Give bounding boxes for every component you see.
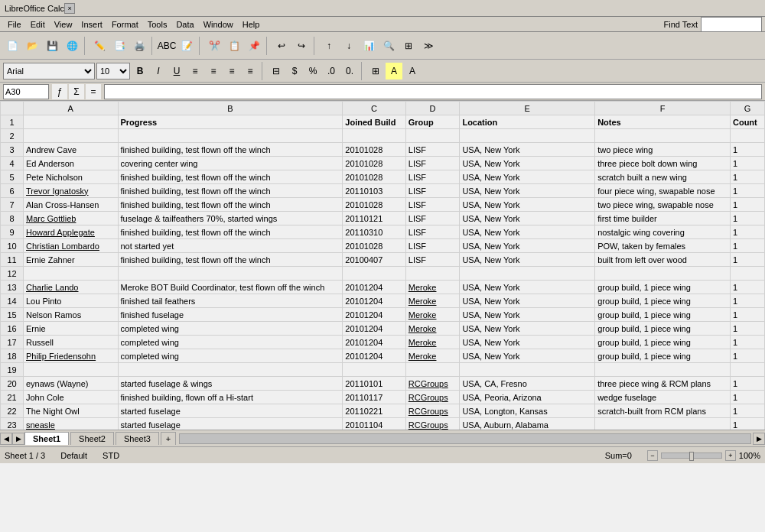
cell-f17[interactable]: group build, 1 piece wing: [595, 336, 731, 349]
cell-d4[interactable]: LISF: [405, 157, 460, 170]
cell-a20[interactable]: eynaws (Wayne): [24, 377, 119, 391]
menu-edit[interactable]: Edit: [26, 18, 50, 31]
cell-e1[interactable]: Location: [460, 115, 595, 129]
zoom-in-btn[interactable]: +: [725, 450, 736, 461]
col-header-e[interactable]: E: [460, 102, 595, 115]
align-center-btn[interactable]: ≡: [205, 63, 222, 79]
cell-f9[interactable]: nostalgic wing covering: [595, 225, 731, 239]
cell-a1[interactable]: [24, 115, 119, 129]
cell-e3[interactable]: USA, New York: [460, 143, 595, 157]
bg-color-btn[interactable]: A: [386, 63, 402, 79]
menu-data[interactable]: Data: [171, 18, 198, 31]
sheet-tab-sheet1[interactable]: Sheet1: [24, 432, 69, 445]
cell-e23[interactable]: USA, Auburn, Alabama: [460, 418, 595, 430]
menu-help[interactable]: Help: [238, 18, 265, 31]
cell-d23[interactable]: RCGroups: [405, 418, 460, 430]
cell-d7[interactable]: LISF: [405, 198, 460, 212]
cell-g11[interactable]: 1: [730, 253, 764, 267]
cell-c5[interactable]: 20101028: [343, 170, 405, 184]
chart-btn[interactable]: 📊: [360, 37, 378, 55]
cell-e18[interactable]: USA, New York: [460, 349, 595, 363]
cell-c9[interactable]: 20110310: [343, 225, 405, 239]
cell-b1[interactable]: Progress: [118, 115, 343, 129]
cell-b22[interactable]: started fuselage: [118, 404, 343, 418]
open-btn[interactable]: 📂: [23, 37, 41, 55]
sort-asc-btn[interactable]: ↑: [320, 37, 338, 55]
sort-desc-btn[interactable]: ↓: [340, 37, 358, 55]
cell-g16[interactable]: 1: [730, 322, 764, 336]
spreadsheet-area[interactable]: A B C D E F G 1 Progress Joined Build Gr…: [0, 101, 765, 430]
cell-d22[interactable]: RCGroups: [405, 404, 460, 418]
cell-e16[interactable]: USA, New York: [460, 322, 595, 336]
cell-c7[interactable]: 20101028: [343, 198, 405, 212]
cell-f18[interactable]: group build, 1 piece wing: [595, 349, 731, 363]
cell-a6[interactable]: Trevor Ignatosky: [24, 184, 119, 198]
find-text-input[interactable]: [701, 17, 762, 32]
redo-btn[interactable]: ↪: [292, 37, 311, 55]
cell-f11[interactable]: built from left over wood: [595, 253, 731, 267]
cell-a13[interactable]: Charlie Lando: [24, 281, 119, 294]
cell-c10[interactable]: 20101028: [343, 239, 405, 253]
cell-e13[interactable]: USA, New York: [460, 281, 595, 294]
cell-b13[interactable]: Meroke BOT Build Coordinator, test flown…: [118, 281, 343, 294]
cell-e5[interactable]: USA, New York: [460, 170, 595, 184]
percent-btn[interactable]: %: [304, 63, 321, 79]
cell-c15[interactable]: 20101204: [343, 308, 405, 322]
cell-a3[interactable]: Andrew Cave: [24, 143, 119, 157]
cell-e15[interactable]: USA, New York: [460, 308, 595, 322]
cell-d10[interactable]: LISF: [405, 239, 460, 253]
cell-e4[interactable]: USA, New York: [460, 157, 595, 170]
cell-b7[interactable]: finished building, test flown off the wi…: [118, 198, 343, 212]
col-header-f[interactable]: F: [595, 102, 731, 115]
cell-c8[interactable]: 20110121: [343, 212, 405, 225]
sheet-tab-sheet3[interactable]: Sheet3: [116, 432, 159, 445]
formula-eq-btn[interactable]: =: [86, 84, 101, 99]
col-header-b[interactable]: B: [118, 102, 343, 115]
table-btn[interactable]: ⊞: [399, 37, 418, 55]
col-header-c[interactable]: C: [343, 102, 405, 115]
new-btn[interactable]: 📄: [3, 37, 21, 55]
paste-btn[interactable]: 📌: [245, 37, 263, 55]
close-button[interactable]: ×: [64, 3, 75, 14]
horizontal-scrollbar[interactable]: [179, 433, 751, 444]
cell-b15[interactable]: finished fuselage: [118, 308, 343, 322]
cell-b14[interactable]: finished tail feathers: [118, 294, 343, 308]
cell-e7[interactable]: USA, New York: [460, 198, 595, 212]
cell-a21[interactable]: John Cole: [24, 391, 119, 404]
del-decimal-btn[interactable]: 0.: [341, 63, 358, 79]
cell-d8[interactable]: LISF: [405, 212, 460, 225]
cell-c17[interactable]: 20101204: [343, 336, 405, 349]
scroll-sheets-right[interactable]: ▶: [12, 433, 24, 445]
cell-f14[interactable]: group build, 1 piece wing: [595, 294, 731, 308]
cell-f8[interactable]: first time builder: [595, 212, 731, 225]
cell-f13[interactable]: group build, 1 piece wing: [595, 281, 731, 294]
zoom-out-btn[interactable]: −: [647, 450, 658, 461]
cell-g6[interactable]: 1: [730, 184, 764, 198]
cell-a8[interactable]: Marc Gottlieb: [24, 212, 119, 225]
cell-a23[interactable]: sneasle: [24, 418, 119, 430]
cell-d3[interactable]: LISF: [405, 143, 460, 157]
cell-d18[interactable]: Meroke: [405, 349, 460, 363]
bold-btn[interactable]: B: [132, 63, 148, 79]
scroll-right-btn[interactable]: ▶: [753, 433, 765, 445]
col-header-g[interactable]: G: [730, 102, 764, 115]
undo-btn[interactable]: ↩: [272, 37, 291, 55]
copy-btn[interactable]: 📋: [225, 37, 243, 55]
cell-a5[interactable]: Pete Nicholson: [24, 170, 119, 184]
cell-e20[interactable]: USA, CA, Fresno: [460, 377, 595, 391]
cell-g14[interactable]: 1: [730, 294, 764, 308]
cell-b6[interactable]: finished building, test flown off the wi…: [118, 184, 343, 198]
spellcheck-btn[interactable]: ABC: [158, 37, 176, 55]
cell-a15[interactable]: Nelson Ramos: [24, 308, 119, 322]
cell-f4[interactable]: three piece bolt down wing: [595, 157, 731, 170]
cell-b18[interactable]: completed wing: [118, 349, 343, 363]
menu-insert[interactable]: Insert: [76, 18, 107, 31]
cell-a22[interactable]: The Night Owl: [24, 404, 119, 418]
cell-c23[interactable]: 20101104: [343, 418, 405, 430]
cell-e10[interactable]: USA, New York: [460, 239, 595, 253]
cell-g21[interactable]: 1: [730, 391, 764, 404]
autocorrect-btn[interactable]: 📝: [177, 37, 196, 55]
cell-f23[interactable]: [595, 418, 731, 430]
cell-c1[interactable]: Joined Build: [343, 115, 405, 129]
cell-g15[interactable]: 1: [730, 308, 764, 322]
